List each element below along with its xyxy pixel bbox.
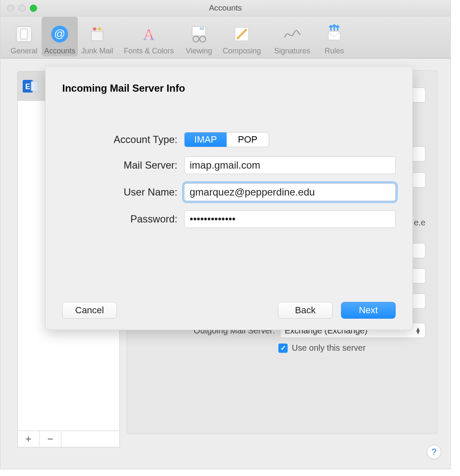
viewing-icon bbox=[189, 24, 209, 44]
signatures-icon bbox=[282, 24, 302, 44]
mail-server-label: Mail Server: bbox=[62, 159, 184, 171]
tab-viewing[interactable]: Viewing bbox=[182, 17, 216, 56]
row-account-type: Account Type: IMAP POP bbox=[62, 132, 396, 147]
sheet-buttons: Cancel Back Next bbox=[62, 302, 396, 319]
tab-label: Accounts bbox=[44, 47, 75, 56]
account-type-segmented: IMAP POP bbox=[184, 132, 269, 147]
use-only-server-checkbox[interactable]: ✓ bbox=[278, 344, 288, 353]
svg-point-10 bbox=[193, 36, 199, 42]
list-button-spacer bbox=[61, 431, 119, 447]
window-title: Accounts bbox=[0, 3, 450, 13]
svg-rect-1 bbox=[21, 29, 27, 39]
svg-rect-16 bbox=[31, 82, 38, 91]
titlebar: Accounts bbox=[0, 0, 450, 16]
tab-label: Junk Mail bbox=[81, 47, 113, 56]
user-name-input[interactable] bbox=[184, 183, 396, 201]
tab-label: Rules bbox=[325, 47, 344, 56]
svg-text:A: A bbox=[143, 26, 155, 43]
composing-icon bbox=[232, 24, 252, 44]
help-button[interactable]: ? bbox=[427, 445, 441, 459]
add-account-button[interactable]: + bbox=[18, 431, 40, 447]
rules-icon bbox=[324, 24, 344, 44]
mail-server-input[interactable] bbox=[184, 156, 396, 174]
svg-rect-9 bbox=[200, 27, 204, 30]
tab-label: General bbox=[11, 47, 37, 56]
row-mail-server: Mail Server: bbox=[62, 156, 396, 174]
password-label: Password: bbox=[62, 213, 184, 225]
help-icon: ? bbox=[431, 447, 436, 457]
svg-rect-13 bbox=[328, 32, 340, 40]
remove-account-button[interactable]: − bbox=[40, 431, 61, 447]
next-button[interactable]: Next bbox=[341, 302, 396, 319]
user-name-label: User Name: bbox=[62, 186, 184, 198]
tab-signatures[interactable]: Signatures bbox=[268, 17, 317, 56]
tab-label: Signatures bbox=[274, 47, 310, 56]
combo-arrows-icon: ▲▼ bbox=[415, 327, 421, 334]
incoming-server-sheet: Incoming Mail Server Info Account Type: … bbox=[45, 67, 413, 330]
exchange-icon: E bbox=[22, 77, 40, 95]
junk-icon bbox=[87, 24, 107, 44]
tab-composing[interactable]: Composing bbox=[217, 17, 267, 56]
svg-point-11 bbox=[200, 36, 206, 42]
tab-junk-mail[interactable]: Junk Mail bbox=[79, 17, 116, 56]
bg-peek-text: e.e bbox=[414, 218, 426, 227]
accounts-list-buttons: + − bbox=[17, 431, 120, 447]
cancel-button[interactable]: Cancel bbox=[62, 302, 117, 319]
account-type-imap[interactable]: IMAP bbox=[185, 132, 227, 147]
tab-rules[interactable]: Rules bbox=[317, 17, 351, 56]
account-type-pop[interactable]: POP bbox=[227, 132, 269, 147]
prefs-toolbar: General @ Accounts Junk Mail A Fonts & C… bbox=[0, 16, 450, 58]
tab-label: Composing bbox=[223, 47, 261, 56]
back-button[interactable]: Back bbox=[278, 302, 333, 319]
tab-general[interactable]: General bbox=[7, 17, 41, 56]
use-only-server-label: Use only this server bbox=[292, 343, 366, 353]
account-type-label: Account Type: bbox=[62, 134, 184, 145]
row-password: Password: bbox=[62, 210, 396, 228]
accounts-icon: @ bbox=[50, 24, 70, 44]
svg-text:E: E bbox=[25, 82, 30, 91]
tab-fonts-colors[interactable]: A Fonts & Colors bbox=[116, 17, 181, 56]
password-input[interactable] bbox=[184, 210, 396, 228]
fonts-colors-icon: A bbox=[139, 24, 159, 44]
svg-point-6 bbox=[98, 27, 101, 31]
svg-point-5 bbox=[93, 27, 96, 31]
general-icon bbox=[14, 24, 34, 44]
row-user-name: User Name: bbox=[62, 183, 396, 201]
tab-label: Viewing bbox=[186, 47, 212, 56]
tab-accounts[interactable]: @ Accounts bbox=[42, 17, 78, 56]
sheet-title: Incoming Mail Server Info bbox=[62, 82, 396, 94]
tab-label: Fonts & Colors bbox=[124, 47, 174, 56]
svg-text:@: @ bbox=[54, 27, 65, 40]
preferences-window: Accounts General @ Accounts Junk Mail A bbox=[0, 0, 451, 469]
